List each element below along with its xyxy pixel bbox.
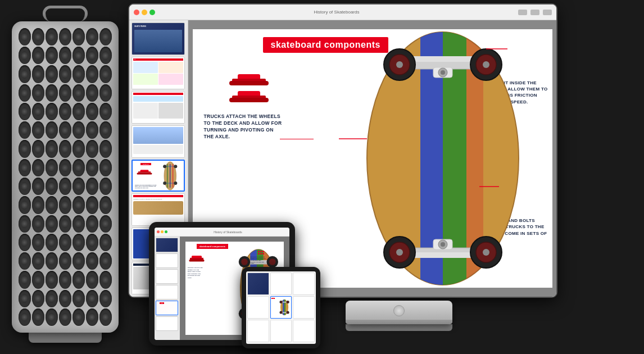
iphone-slide-3[interactable] [293, 273, 315, 295]
svg-point-74 [280, 301, 282, 303]
mac-pro-hole [99, 28, 112, 46]
ipad-thumb-4[interactable] [156, 285, 178, 299]
mac-pro-hole [59, 271, 71, 288]
mac-pro-hole [99, 65, 112, 83]
iphone-screen: sk8 [246, 271, 316, 344]
mac-pro-hole [46, 159, 58, 176]
mac-pro-hole [59, 234, 71, 251]
slide-thumb-6[interactable]: THE DECK IS THE FLAT BOARD THAT YOU STAN… [131, 193, 185, 226]
mac-pro-hole [59, 121, 71, 139]
iphone-slide-6[interactable] [293, 296, 315, 319]
ipad-close[interactable] [157, 230, 160, 233]
mac-pro-hole [46, 271, 58, 288]
mac-pro-hole [72, 121, 85, 139]
mac-pro-hole [19, 65, 31, 83]
mac-pro-hole [19, 159, 31, 176]
mac-mini-body [346, 301, 452, 324]
mac-pro-hole [46, 140, 58, 157]
svg-rect-15 [229, 81, 269, 85]
toolbar-icon[interactable] [518, 10, 527, 15]
ipad-slides-sidebar[interactable]: skate [155, 237, 180, 340]
svg-point-59 [269, 258, 275, 265]
mac-pro-body [12, 21, 119, 333]
toolbar-icon[interactable] [530, 10, 539, 15]
mac-pro-hole [86, 290, 98, 307]
iphone-content: sk8 [246, 271, 316, 344]
mac-mini-base [346, 324, 452, 331]
mac-pro-hole [19, 28, 31, 46]
mac-pro-hole [86, 159, 98, 176]
ipad-thumb-1[interactable] [156, 238, 178, 252]
toolbar-icon[interactable] [543, 10, 552, 15]
toolbar-icons [518, 10, 552, 15]
ipad-truck-svg [188, 253, 205, 265]
slide-thumb-3[interactable] [131, 91, 185, 124]
mac-pro-hole [46, 196, 58, 214]
mac-pro-hole [19, 47, 31, 64]
iphone-slide-4[interactable] [247, 296, 269, 319]
iphone-slide-8[interactable] [270, 320, 292, 342]
ipad-minimize[interactable] [161, 230, 164, 233]
mac-pro-hole [59, 252, 71, 270]
mac-pro-hole [86, 308, 98, 326]
ipad-thumb-6[interactable] [156, 316, 178, 331]
ipad-thumb-3[interactable] [156, 269, 178, 284]
iphone-slide-2[interactable] [270, 273, 292, 295]
ipad-thumb-2[interactable] [156, 253, 178, 268]
mac-pro-hole [19, 215, 31, 233]
iphone-slide-1[interactable] [247, 273, 269, 295]
ipad-thumb-5[interactable]: skate [156, 301, 178, 315]
mac-pro-hole [99, 290, 112, 307]
svg-point-57 [241, 258, 248, 265]
mac-pro-hole [19, 196, 31, 214]
mac-pro-hole [19, 103, 31, 120]
mac-pro-hole [99, 252, 112, 270]
mac-pro-hole [99, 140, 112, 157]
iphone-slide-9[interactable] [293, 320, 315, 342]
connector-line-trucks [280, 139, 314, 139]
svg-point-46 [441, 242, 445, 247]
mac-pro-hole [32, 121, 44, 139]
iphone-slide-row-1 [247, 273, 315, 295]
mac-pro-hole [46, 65, 58, 83]
slide-thumb-5[interactable]: skateboard [131, 160, 185, 192]
mac-pro-hole [59, 103, 71, 120]
mac-pro-hole [99, 121, 112, 139]
close-button[interactable] [134, 10, 139, 15]
svg-rect-9 [172, 164, 173, 187]
svg-rect-67 [189, 260, 204, 262]
mac-pro-hole [72, 159, 85, 176]
svg-point-32 [483, 61, 489, 68]
mac-pro-hole [32, 234, 44, 251]
iphone-device: sk8 [242, 267, 320, 348]
mac-pro-hole [86, 103, 98, 120]
iphone-slide-5[interactable]: sk8 [270, 296, 292, 319]
mac-pro-hole [46, 121, 58, 139]
mac-pro-hole [99, 47, 112, 64]
slide-thumb-1[interactable]: SKATE PARKS [131, 22, 185, 55]
mac-pro-hole [46, 234, 58, 251]
mac-pro-hole [19, 290, 31, 307]
minimize-button[interactable] [142, 10, 147, 15]
mac-pro-hole [72, 196, 85, 214]
iphone-slide-7[interactable] [247, 320, 269, 342]
mac-pro-hole [72, 103, 85, 120]
mac-pro-hole [86, 47, 98, 64]
mac-pro-hole [72, 28, 85, 46]
mac-pro-hole [86, 140, 98, 157]
mac-pro-hole [19, 140, 31, 157]
ipad-fullscreen[interactable] [165, 230, 167, 233]
mac-pro-hole [19, 178, 31, 195]
ipad-slide-title: skateboard components [197, 244, 228, 249]
slide-thumb-2[interactable]: title [131, 57, 185, 89]
mac-pro-hole [86, 252, 98, 270]
slide-thumb-4[interactable] [131, 125, 185, 158]
mac-mini-power-light [393, 305, 405, 316]
mac-pro-hole [32, 290, 44, 307]
app-title: History of Skateboards [314, 10, 360, 15]
trucks-text: TRUCKS ATTACH THE WHEELS TO THE DECK AND… [204, 114, 283, 140]
fullscreen-button[interactable] [149, 10, 155, 15]
mac-pro-hole [86, 271, 98, 288]
mac-pro-hole [72, 234, 85, 251]
iphone-skateboard-svg [279, 297, 290, 318]
